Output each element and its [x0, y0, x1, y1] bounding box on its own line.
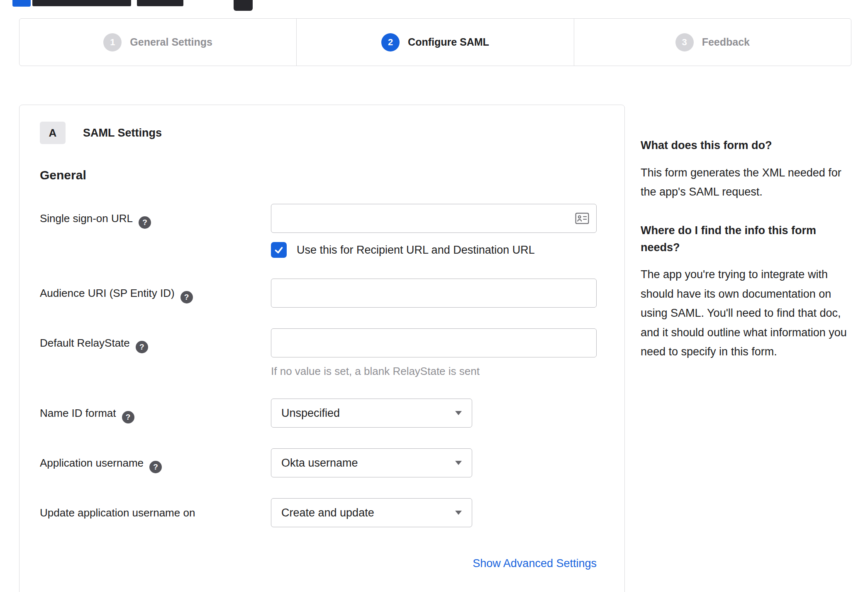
- default-relaystate-input-wrap: [271, 328, 597, 357]
- application-username-field-col: Okta username: [271, 448, 597, 477]
- step-number-badge: 3: [675, 33, 694, 51]
- name-id-format-label: Name ID format: [40, 407, 116, 419]
- audience-uri-field-col: [271, 279, 597, 308]
- audience-uri-row: Audience URI (SP Entity ID)?: [40, 279, 624, 308]
- clipped-app-title-fragment: [32, 0, 131, 6]
- audience-uri-input-wrap: [271, 279, 597, 308]
- sso-url-input[interactable]: [271, 204, 597, 233]
- chevron-down-icon: [455, 461, 462, 465]
- saml-settings-panel: A SAML Settings General Single sign-on U…: [19, 105, 625, 592]
- sidebar-body-where: The app you're trying to integrate with …: [641, 265, 851, 361]
- update-app-username-label: Update application username on: [40, 506, 195, 519]
- name-id-format-label-col: Name ID format?: [40, 399, 271, 428]
- clipped-header-icon: [234, 0, 253, 11]
- sidebar-heading-where: Where do I find the info this form needs…: [641, 222, 851, 256]
- step-feedback[interactable]: 3 Feedback: [574, 19, 851, 66]
- show-advanced-settings-link[interactable]: Show Advanced Settings: [473, 557, 597, 570]
- name-id-format-row: Name ID format? Unspecified: [40, 399, 624, 428]
- sso-url-label: Single sign-on URL: [40, 212, 133, 225]
- wizard-stepper: 1 General Settings 2 Configure SAML 3 Fe…: [19, 18, 851, 66]
- main-content: A SAML Settings General Single sign-on U…: [19, 105, 851, 592]
- step-label: Configure SAML: [408, 36, 489, 48]
- panel-header: A SAML Settings: [40, 122, 624, 144]
- sso-url-label-col: Single sign-on URL?: [40, 204, 271, 258]
- clipped-logo-fragment: [12, 0, 31, 7]
- advanced-settings-row: Show Advanced Settings: [40, 557, 597, 570]
- clipped-app-title-fragment: [137, 0, 183, 6]
- default-relaystate-label: Default RelayState: [40, 337, 130, 349]
- help-icon[interactable]: ?: [180, 291, 193, 303]
- default-relaystate-hint: If no value is set, a blank RelayState i…: [271, 365, 597, 378]
- chevron-down-icon: [455, 411, 462, 415]
- help-icon[interactable]: ?: [136, 341, 148, 353]
- name-id-format-field-col: Unspecified: [271, 399, 597, 428]
- default-relaystate-label-col: Default RelayState?: [40, 328, 271, 378]
- sso-url-row: Single sign-on URL?: [40, 204, 624, 258]
- help-icon[interactable]: ?: [139, 216, 151, 229]
- sso-recipient-checkbox-row[interactable]: Use this for Recipient URL and Destinati…: [271, 242, 597, 258]
- sidebar-heading-what: What does this form do?: [641, 137, 851, 154]
- general-group-title: General: [40, 168, 624, 182]
- audience-uri-label-col: Audience URI (SP Entity ID)?: [40, 279, 271, 308]
- default-relaystate-input[interactable]: [271, 328, 597, 357]
- name-id-format-value: Unspecified: [281, 407, 340, 420]
- application-username-select[interactable]: Okta username: [271, 448, 472, 477]
- application-username-value: Okta username: [281, 457, 358, 470]
- application-username-row: Application username? Okta username: [40, 448, 624, 477]
- step-number-badge: 2: [381, 33, 400, 51]
- check-icon: [273, 245, 284, 255]
- sidebar-body-what: This form generates the XML needed for t…: [641, 163, 851, 202]
- sso-recipient-checkbox-label: Use this for Recipient URL and Destinati…: [297, 244, 535, 257]
- step-label: Feedback: [702, 36, 750, 48]
- configure-saml-page: 1 General Settings 2 Configure SAML 3 Fe…: [0, 0, 868, 592]
- update-app-username-row: Update application username on Create an…: [40, 498, 624, 527]
- step-general-settings[interactable]: 1 General Settings: [20, 19, 296, 66]
- step-configure-saml[interactable]: 2 Configure SAML: [296, 19, 573, 66]
- contact-card-icon[interactable]: [575, 212, 589, 227]
- sso-url-input-wrap: [271, 204, 597, 233]
- chevron-down-icon: [455, 511, 462, 515]
- update-app-username-select[interactable]: Create and update: [271, 498, 472, 527]
- help-sidebar: What does this form do? This form genera…: [641, 105, 851, 382]
- application-username-label-col: Application username?: [40, 448, 271, 477]
- checked-checkbox[interactable]: [271, 242, 287, 258]
- update-app-username-label-col: Update application username on: [40, 498, 271, 527]
- audience-uri-input[interactable]: [271, 279, 597, 308]
- sso-url-field-col: Use this for Recipient URL and Destinati…: [271, 204, 597, 258]
- panel-title: SAML Settings: [83, 127, 162, 139]
- saml-form: Single sign-on URL?: [40, 204, 624, 527]
- default-relaystate-row: Default RelayState? If no value is set, …: [40, 328, 624, 378]
- application-username-label: Application username: [40, 457, 144, 469]
- update-app-username-field-col: Create and update: [271, 498, 597, 527]
- audience-uri-label: Audience URI (SP Entity ID): [40, 287, 175, 299]
- default-relaystate-field-col: If no value is set, a blank RelayState i…: [271, 328, 597, 378]
- help-icon[interactable]: ?: [149, 461, 162, 473]
- help-icon[interactable]: ?: [122, 411, 134, 423]
- section-a-badge: A: [40, 122, 66, 144]
- step-label: General Settings: [130, 36, 212, 48]
- name-id-format-select[interactable]: Unspecified: [271, 399, 472, 428]
- step-number-badge: 1: [103, 33, 122, 51]
- update-app-username-value: Create and update: [281, 506, 374, 519]
